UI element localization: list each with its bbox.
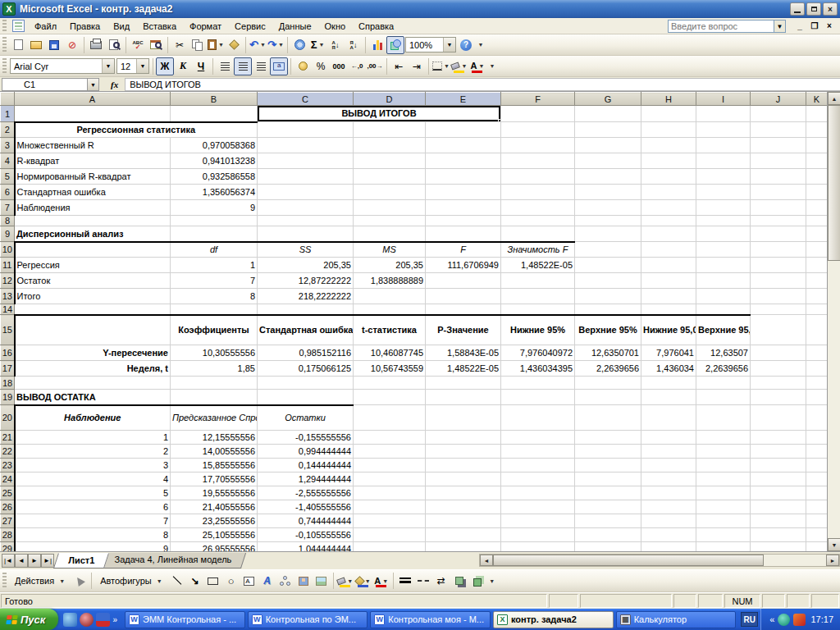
cell-I26[interactable] [696,500,751,514]
cell-G17[interactable]: 2,2639656 [575,361,641,377]
cell-J16[interactable] [751,345,806,361]
cell-F19[interactable] [501,390,575,405]
redo-dropdown-icon[interactable]: ▼ [278,42,284,48]
cell-D24[interactable] [354,472,426,486]
name-box[interactable]: C1 [2,78,88,91]
toolbar-options-button[interactable]: ▼ [487,57,497,75]
menu-tools[interactable]: Сервис [228,19,272,34]
cell-C10[interactable]: SS [258,242,354,258]
cell-F4[interactable] [501,153,575,169]
cell-G13[interactable] [575,289,641,304]
cell-A26[interactable]: 6 [15,500,171,514]
menu-help[interactable]: Справка [352,19,400,34]
cell-J4[interactable] [751,153,806,169]
cell-D23[interactable] [354,459,426,472]
cell-C5[interactable] [258,169,354,185]
cell-B11[interactable]: 1 [171,258,258,273]
cell-D21[interactable] [354,431,426,445]
cell-A6[interactable]: Стандартная ошибка [15,185,171,200]
cell-E6[interactable] [426,185,501,200]
cell-E25[interactable] [426,486,501,500]
cell-F15[interactable]: Нижние 95% [501,315,575,345]
cell-J21[interactable] [751,431,806,445]
cell-H10[interactable] [641,242,696,258]
cell-C25[interactable]: -2,555555556 [258,486,354,500]
cell-F10[interactable]: Значимость F [501,242,575,258]
cell-G28[interactable] [575,528,641,542]
cell-B4[interactable]: 0,941013238 [171,153,258,169]
cell-F24[interactable] [501,472,575,486]
cell-K20[interactable] [806,405,828,431]
cell-F28[interactable] [501,528,575,542]
cell-D7[interactable] [354,200,426,216]
toolbar-options-button[interactable]: ▼ [487,572,497,590]
row-header-8[interactable]: 8 [1,216,15,226]
cell-D29[interactable] [354,542,426,552]
zoom-dropdown-icon[interactable]: ▼ [443,38,455,52]
cell-G5[interactable] [575,169,641,185]
row-header-21[interactable]: 21 [1,431,15,445]
quick-launch-icon-1[interactable] [63,613,77,627]
cell-B20[interactable]: Предсказанное Спрос, Yt [171,405,258,431]
cell-I20[interactable] [696,405,751,431]
question-dropdown-icon[interactable]: ▼ [774,20,786,33]
cell-K2[interactable] [806,122,828,138]
cell-D26[interactable] [354,500,426,514]
cell-G6[interactable] [575,185,641,200]
cell-F22[interactable] [501,445,575,459]
cell-H12[interactable] [641,273,696,289]
cell-H3[interactable] [641,138,696,153]
cell-H7[interactable] [641,200,696,216]
cell-B26[interactable]: 21,40555556 [171,500,258,514]
cell-K29[interactable] [806,542,828,552]
cell-H24[interactable] [641,472,696,486]
cell-H15[interactable]: Нижние 95,0% [641,315,696,345]
cell-I22[interactable] [696,445,751,459]
cell-C26[interactable]: -1,405555556 [258,500,354,514]
cell-E14[interactable] [426,304,501,315]
cell-F23[interactable] [501,459,575,472]
cell-K24[interactable] [806,472,828,486]
cell-C22[interactable]: 0,994444444 [258,445,354,459]
cell-B17[interactable]: 1,85 [171,361,258,377]
cut-button[interactable]: ✂ [171,36,189,54]
dash-style-button[interactable] [414,572,432,590]
borders-dropdown-icon[interactable]: ▼ [444,63,450,69]
column-header-E[interactable]: E [426,93,501,106]
cell-C17[interactable]: 0,175066125 [258,361,354,377]
cell-B22[interactable]: 14,00555556 [171,445,258,459]
cell-E10[interactable]: F [426,242,501,258]
increase-indent-button[interactable]: ⇥ [408,57,426,75]
cell-C16[interactable]: 0,985152116 [258,345,354,361]
cell-J15[interactable] [751,315,806,345]
toolbar-grip[interactable] [2,37,7,53]
zoom-combobox[interactable]: 100% ▼ [405,37,456,52]
cell-E27[interactable] [426,514,501,528]
cell-A20[interactable]: Наблюдение [15,405,171,431]
draw-font-color-button[interactable]: A▼ [372,572,390,590]
cell-E16[interactable]: 1,58843E-05 [426,345,501,361]
format-painter-button[interactable] [225,36,243,54]
font-name-combobox[interactable]: Arial Cyr ▼ [10,58,115,74]
row-header-22[interactable]: 22 [1,445,15,459]
insert-function-button[interactable]: fx [111,80,118,89]
cell-B8[interactable] [171,216,258,226]
cell-I14[interactable] [696,304,751,315]
menu-view[interactable]: Вид [107,19,136,34]
cell-C24[interactable]: 1,294444444 [258,472,354,486]
fill-color-dropdown-icon[interactable]: ▼ [347,578,353,584]
restore-button[interactable] [806,2,821,16]
cell-I15[interactable]: Верхние 95,0% [696,315,751,345]
toolbar-options-button[interactable]: ▼ [476,36,486,54]
cell-E12[interactable] [426,273,501,289]
cell-E17[interactable]: 1,48522E-05 [426,361,501,377]
decrease-decimal-button[interactable]: ,00→ [366,57,384,75]
cell-G22[interactable] [575,445,641,459]
cell-K5[interactable] [806,169,828,185]
cell-G11[interactable] [575,258,641,273]
cell-C9[interactable] [258,226,354,242]
cell-C27[interactable]: 0,744444444 [258,514,354,528]
arrow-button[interactable]: ↘ [186,572,204,590]
cell-H6[interactable] [641,185,696,200]
cell-F13[interactable] [501,289,575,304]
